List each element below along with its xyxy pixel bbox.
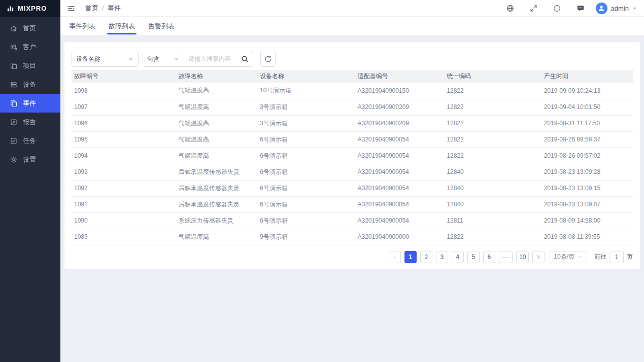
column-header: 设备名称 [257,70,355,83]
table-cell: 9号演示箱 [257,229,355,245]
table-cell: 2019-08-08 11:39:55 [541,229,633,245]
sidebar-nav: 首页客户项目设备事件报告任务设置 [0,17,60,169]
table-cell: 10号演示箱 [257,83,355,99]
table-cell: A32019040900054 [355,164,445,180]
tabs-bar: 事件列表故障列表告警列表 [60,17,644,36]
chevron-down-icon [127,56,134,62]
operator-select-value: 包含 [147,55,159,63]
table-cell: 气罐温度高 [176,83,257,99]
page-button-5[interactable]: 5 [467,251,480,263]
table-cell: A32019040900209 [355,115,445,131]
table-cell: 1093 [72,164,176,180]
sidebar-item-label: 任务 [23,136,36,146]
table-row: 1094气罐温度高6号演示箱A32019040900054128222019-0… [72,148,633,164]
table-cell: 2019-08-09 14:58:00 [541,212,633,229]
operator-select[interactable]: 包含 [143,51,184,66]
customer-icon [10,44,17,51]
table-cell: 2019-08-26 09:58:37 [541,131,633,148]
task-icon [10,137,17,144]
table-cell: 1092 [72,180,176,196]
table-cell: A32019040900054 [355,131,445,148]
table-cell: 2019-08-26 09:57:02 [541,148,633,164]
table-cell: 1095 [72,131,176,148]
user-name: admin [611,5,629,12]
chevron-down-icon [632,6,637,11]
table-cell: 12822 [444,131,541,148]
tab-0[interactable]: 事件列表 [67,17,97,35]
search-icon[interactable] [241,55,249,63]
person-icon [598,5,605,12]
table-cell: 1098 [72,83,176,99]
page-size-select[interactable]: 10条/页 [550,251,587,263]
table-cell: 后轴承温度传感器失灵 [176,196,257,212]
search-group: 包含 [143,51,253,67]
table-cell: A32019040900054 [355,196,445,212]
table-row: 1091后轴承温度传感器失灵6号演示箱A32019040900054128402… [72,196,633,212]
info-icon[interactable] [553,5,561,12]
main-area: 首页 / 事件 admin 事件列表故障列表告警列表 设备名称 [60,0,644,362]
column-header: 故障编号 [72,70,176,83]
chevron-right-icon [535,254,541,260]
field-select[interactable]: 设备名称 [72,51,139,67]
refresh-button[interactable] [260,51,276,67]
report-icon [10,119,17,126]
tab-2[interactable]: 告警列表 [147,17,176,35]
page-button-4[interactable]: 4 [452,251,464,263]
filter-bar: 设备名称 包含 [72,51,633,67]
message-icon[interactable] [577,5,585,12]
page-button-2[interactable]: 2 [420,251,432,263]
page-button-1[interactable]: 1 [404,251,417,263]
table-row: 1090系统压力传感器失灵6号演示箱A320190409000541281120… [72,212,633,229]
bar-chart-logo-icon [7,5,14,12]
sidebar-item-home[interactable]: 首页 [0,19,60,38]
page-button-10[interactable]: 10 [516,251,529,263]
column-header: 统一编码 [444,70,541,83]
table-row: 1097气罐温度高3号演示箱A32019040900209128222019-0… [72,99,633,115]
table-cell: 12811 [444,212,541,229]
table-cell: 12840 [444,180,541,196]
table-cell: 气罐温度高 [176,148,257,164]
table-cell: A32019040900150 [355,83,445,99]
sidebar-item-reports[interactable]: 报告 [0,113,60,131]
table-cell: 2019-08-23 13:09:15 [541,180,633,196]
brand-logo: MIXPRO [0,0,60,17]
sidebar-item-settings[interactable]: 设置 [0,150,60,169]
sidebar-item-tasks[interactable]: 任务 [0,131,60,150]
sidebar-item-projects[interactable]: 项目 [0,56,60,75]
table-cell: 6号演示箱 [257,212,355,229]
refresh-icon [264,55,272,63]
table-header: 故障编号故障名称设备名称适配器编号统一编码产生时间 [72,70,633,83]
search-input[interactable] [188,55,239,62]
table-cell: 6号演示箱 [257,180,355,196]
gear-icon [10,156,17,163]
table-cell: 1091 [72,196,176,212]
user-menu[interactable]: admin [596,3,637,14]
pagination-pages: 123456···10 [389,251,545,263]
page-button-6[interactable]: 6 [483,251,495,263]
page-button-3[interactable]: 3 [436,251,448,263]
sidebar-item-events[interactable]: 事件 [0,94,60,113]
sidebar-item-label: 设备 [23,80,36,89]
page-jump-input[interactable] [609,251,624,263]
page-ellipsis[interactable]: ··· [499,251,513,263]
table-cell: 12822 [444,148,541,164]
sidebar-item-customers[interactable]: 客户 [0,38,60,56]
table-row: 1098气罐温度高10号演示箱A32019040900150128222019-… [72,83,633,99]
pagination-next-button[interactable] [532,251,545,263]
globe-icon[interactable] [506,5,515,12]
table-cell: 12840 [444,164,541,180]
table-cell: 1094 [72,148,176,164]
table-row: 1096气罐温度高3号演示箱A32019040900209128222019-0… [72,115,633,131]
top-header: 首页 / 事件 admin [60,0,644,17]
breadcrumb-home[interactable]: 首页 [85,4,98,13]
sidebar-item-devices[interactable]: 设备 [0,75,60,94]
tab-1[interactable]: 故障列表 [107,17,137,35]
collapse-menu-icon[interactable] [67,5,75,12]
table-cell: 2019-08-23 13:09:28 [541,164,633,180]
fullscreen-icon[interactable] [530,5,538,12]
table-cell: 3号演示箱 [257,115,355,131]
table-cell: 2019-08-23 13:09:07 [541,196,633,212]
pagination-prev-button[interactable] [389,251,401,263]
field-select-value: 设备名称 [76,55,100,63]
sidebar: MIXPRO 首页客户项目设备事件报告任务设置 [0,0,60,362]
